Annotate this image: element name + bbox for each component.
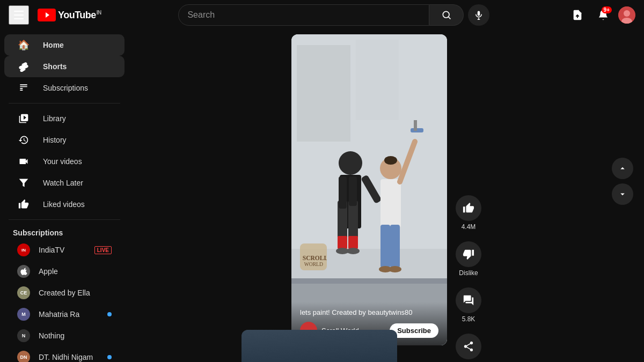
svg-point-8 [624,10,630,17]
logo-text: YouTubeIN [58,10,101,21]
svg-point-33 [389,266,401,272]
watch-later-icon [17,176,30,189]
sidebar-item-mahatria-ra[interactable]: M Mahatria Ra [4,304,125,325]
watch-later-label: Watch Later [43,179,83,187]
short-title: lets paint! Created by beautytwins80 [300,308,438,316]
logo-country: IN [97,10,101,16]
microphone-button[interactable] [468,4,489,26]
main-content: SCROLL WORLD lets paint! Created by beau… [129,30,644,362]
search-bar [178,4,489,26]
dislike-icon [456,241,481,267]
short-player[interactable]: SCROLL WORLD lets paint! Created by beau… [291,34,447,345]
prev-short-button[interactable] [612,158,633,179]
mahatria-ra-dot [107,312,112,316]
comment-icon [456,287,481,313]
history-label: History [43,136,67,144]
side-actions: 4.4M Dislike 5.8K [456,34,481,362]
svg-marker-0 [46,12,49,18]
subscriptions-icon [17,82,30,94]
sidebar-item-indiatv[interactable]: IN IndiaTV LIVE [4,239,125,261]
app-body: 🏠 Home Shorts Subscriptions Library [0,30,644,362]
svg-rect-22 [338,236,347,249]
sidebar-item-subscriptions[interactable]: Subscriptions [4,77,125,99]
video-scene-svg [291,34,447,345]
svg-text:WORLD: WORLD [304,261,323,267]
video-logo-overlay: SCROLL WORLD [300,243,327,270]
svg-rect-21 [349,176,357,206]
svg-text:SCROLL: SCROLL [303,255,327,261]
divider-1 [9,103,120,104]
menu-button[interactable] [9,5,29,25]
svg-rect-31 [390,225,400,268]
sidebar-item-home-label: Home [43,41,64,49]
share-button[interactable]: Share [456,334,481,362]
svg-point-1 [443,11,449,18]
nav-arrows [612,158,633,205]
library-icon [17,112,30,125]
sidebar-item-liked-videos[interactable]: Liked videos [4,194,125,215]
short-video-background: SCROLL WORLD lets paint! Created by beau… [291,34,447,345]
sidebar-item-subscriptions-label: Subscriptions [43,84,88,92]
svg-rect-3 [478,11,480,16]
sidebar-item-library[interactable]: Library [4,108,125,129]
notifications-button[interactable]: 9+ [592,4,614,26]
next-short-preview[interactable] [241,330,397,362]
sidebar-item-shorts-label: Shorts [43,62,67,71]
history-icon [17,134,30,146]
sidebar-item-home[interactable]: 🏠 Home [4,34,125,56]
svg-point-16 [339,151,362,175]
sidebar-item-watch-later[interactable]: Watch Later [4,172,125,194]
mahatria-ra-avatar: M [17,308,30,321]
indiatv-label: IndiaTV [39,246,64,254]
sidebar-item-dt-nidhi-nigam[interactable]: DN DT. Nidhi Nigam [4,346,125,362]
sidebar-item-apple[interactable]: Apple [4,261,125,282]
search-input-wrapper [178,4,429,26]
liked-videos-label: Liked videos [43,200,85,209]
sidebar: 🏠 Home Shorts Subscriptions Library [0,30,129,362]
logo-wordmark: YouTube [58,10,96,20]
comment-button[interactable]: 5.8K [456,287,481,323]
home-icon: 🏠 [17,39,30,51]
sidebar-item-shorts[interactable]: Shorts [4,56,125,77]
liked-videos-icon [17,198,30,211]
svg-rect-36 [414,120,417,131]
sidebar-item-your-videos[interactable]: Your videos [4,151,125,172]
header-right: 9+ [567,4,635,26]
created-by-ella-avatar: CE [17,286,30,299]
sidebar-item-created-by-ella[interactable]: CE Created by Ella [4,282,125,304]
upload-button[interactable] [567,4,588,26]
header-left: YouTubeIN [9,5,101,25]
mahatria-ra-label: Mahatria Ra [39,310,79,319]
comment-count: 5.8K [462,315,475,323]
subscriptions-section-title: Subscriptions [0,224,129,239]
svg-rect-15 [291,278,447,284]
svg-line-2 [449,17,451,19]
logo[interactable]: YouTubeIN [38,9,101,21]
svg-rect-29 [380,179,401,227]
header: YouTubeIN [0,0,644,30]
your-videos-label: Your videos [43,157,82,166]
created-by-ella-label: Created by Ella [39,289,90,297]
search-button[interactable] [429,4,464,26]
svg-rect-13 [356,40,399,120]
dt-nidhi-nigam-dot [107,355,112,359]
sidebar-item-nothing[interactable]: N Nothing [4,325,125,346]
next-short-button[interactable] [612,183,633,205]
youtube-logo-icon [38,9,56,21]
your-videos-icon [17,155,30,168]
share-icon [456,334,481,359]
shorts-container: SCROLL WORLD lets paint! Created by beau… [291,34,481,362]
avatar[interactable] [618,6,635,24]
like-button[interactable]: 4.4M [456,195,481,231]
nothing-label: Nothing [39,331,64,340]
notification-badge: 9+ [602,6,612,13]
dislike-button[interactable]: Dislike [456,241,481,277]
nothing-avatar: N [17,329,30,342]
svg-rect-23 [348,236,358,249]
svg-point-28 [384,156,397,165]
sidebar-item-history[interactable]: History [4,129,125,151]
apple-label: Apple [39,267,58,276]
dislike-label: Dislike [459,269,478,277]
dt-nidhi-nigam-avatar: DN [17,351,30,362]
search-input[interactable] [187,10,420,20]
